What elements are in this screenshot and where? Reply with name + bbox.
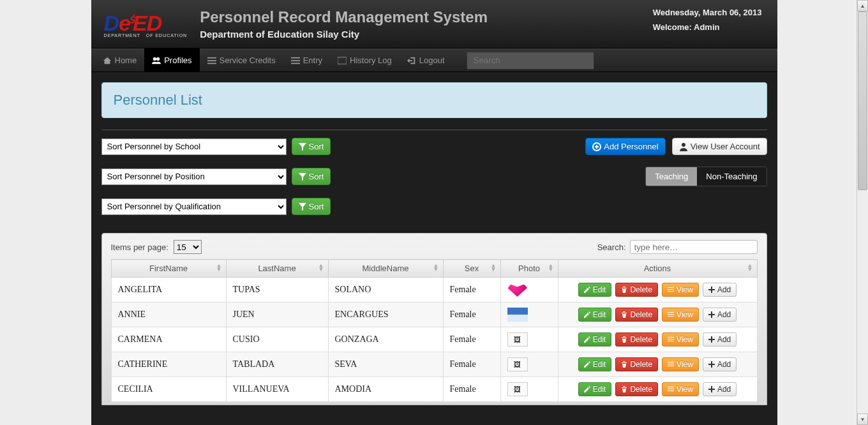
photo-thumbnail	[507, 308, 528, 322]
add-button[interactable]: Add	[703, 308, 737, 322]
trash-icon	[621, 336, 627, 343]
user-icon	[679, 142, 688, 151]
sort-label: Sort	[309, 172, 324, 181]
plus-icon	[708, 311, 715, 318]
cell-sex: Female	[443, 327, 500, 352]
add-personnel-button[interactable]: Add Personnel	[585, 138, 665, 155]
items-per-page-select[interactable]: 15	[174, 240, 202, 254]
cell-last-name: JUEN	[226, 302, 328, 327]
svg-point-1	[156, 57, 160, 60]
delete-button[interactable]: Delete	[615, 332, 658, 347]
list-icon	[668, 287, 674, 293]
plus-icon	[708, 287, 715, 293]
delete-button[interactable]: Delete	[615, 382, 658, 396]
list-icon	[668, 361, 674, 368]
edit-button[interactable]: Edit	[578, 357, 612, 371]
table-search-input[interactable]	[630, 240, 758, 254]
view-user-account-label: View User Account	[691, 142, 760, 151]
cell-actions: Edit Delete View Add	[558, 352, 757, 377]
photo-thumbnail	[507, 283, 528, 297]
nav-service-credits-label: Service Credits	[220, 56, 276, 65]
edit-button[interactable]: Edit	[578, 382, 612, 396]
nav-logout[interactable]: Logout	[400, 48, 453, 72]
col-sex[interactable]: Sex▲▼	[443, 260, 500, 278]
cell-first-name: ANNIE	[111, 302, 226, 327]
col-first-name[interactable]: FirstName▲▼	[111, 260, 226, 278]
nav-home[interactable]: Home	[95, 48, 145, 72]
trash-icon	[621, 287, 627, 293]
delete-button[interactable]: Delete	[615, 308, 658, 322]
sort-by-qualification-select[interactable]: Sort Personnel by Qualification	[101, 198, 287, 215]
items-per-page-label: Items per page:	[111, 242, 168, 252]
edit-button[interactable]: Edit	[578, 283, 612, 297]
view-button[interactable]: View	[662, 357, 699, 371]
pencil-icon	[584, 386, 590, 392]
vertical-scrollbar[interactable]: ▲ ▼	[857, 0, 868, 425]
nav-history-log[interactable]: History Log	[330, 48, 400, 72]
cell-sex: Female	[443, 352, 500, 377]
system-title: Personnel Record Management System	[200, 8, 488, 26]
sort-by-position-select[interactable]: Sort Personnel by Position	[101, 168, 287, 185]
header-date: Wednesday, March 06, 2013	[653, 5, 762, 20]
col-last-name[interactable]: LastName▲▼	[226, 260, 328, 278]
add-button[interactable]: Add	[703, 382, 737, 396]
nav-profiles-label: Profiles	[164, 56, 191, 65]
sort-school-button[interactable]: Sort	[292, 138, 331, 155]
divider	[101, 130, 767, 130]
scroll-down-button[interactable]: ▼	[857, 414, 868, 425]
cell-actions: Edit Delete View Add	[558, 327, 757, 352]
pencil-icon	[584, 311, 590, 318]
view-button[interactable]: View	[662, 382, 699, 396]
add-button[interactable]: Add	[703, 283, 737, 297]
col-photo[interactable]: Photo▲▼	[500, 260, 558, 278]
nav-profiles[interactable]: Profiles	[144, 48, 199, 72]
nav-search-input[interactable]	[467, 52, 594, 70]
cell-actions: Edit Delete View Add	[558, 302, 757, 327]
tab-non-teaching[interactable]: Non-Teaching	[697, 167, 766, 186]
view-button[interactable]: View	[662, 283, 699, 297]
page-title: Personnel List	[101, 82, 767, 118]
table-row: CARMENACUSIOGONZAGAFemale🖼 Edit Delete V…	[111, 327, 757, 352]
view-button[interactable]: View	[662, 332, 699, 347]
users-icon	[152, 56, 161, 65]
nav-service-credits[interactable]: Service Credits	[200, 48, 283, 72]
cell-sex: Female	[443, 302, 500, 327]
list-icon	[668, 311, 674, 318]
cell-sex: Female	[443, 377, 500, 402]
cell-actions: Edit Delete View Add	[558, 278, 757, 302]
sort-label: Sort	[309, 202, 324, 211]
pencil-icon	[584, 361, 590, 368]
svg-point-0	[153, 57, 156, 60]
list-icon	[668, 386, 674, 392]
delete-button[interactable]: Delete	[615, 357, 658, 371]
cell-last-name: TABLADA	[226, 352, 328, 377]
cell-first-name: CARMENA	[111, 327, 226, 352]
app-header: DeṡED DEPARTMENT OF EDUCATION Personnel …	[91, 0, 777, 48]
view-button[interactable]: View	[662, 308, 699, 322]
svg-point-4	[682, 143, 685, 147]
scroll-up-button[interactable]: ▲	[857, 0, 868, 11]
view-user-account-button[interactable]: View User Account	[672, 138, 767, 155]
cell-first-name: CECILIA	[111, 377, 226, 402]
table-icon	[338, 56, 347, 65]
col-middle-name[interactable]: MiddleName▲▼	[328, 260, 443, 278]
delete-button[interactable]: Delete	[615, 283, 658, 297]
nav-entry[interactable]: Entry	[283, 48, 330, 72]
cell-first-name: CATHERINE	[111, 352, 226, 377]
cell-actions: Edit Delete View Add	[558, 377, 757, 402]
sort-position-button[interactable]: Sort	[292, 168, 331, 185]
system-subtitle: Department of Education Silay City	[200, 29, 488, 40]
sort-qualification-button[interactable]: Sort	[292, 198, 331, 215]
photo-placeholder: 🖼	[507, 357, 528, 371]
tab-teaching[interactable]: Teaching	[646, 167, 697, 186]
scroll-track[interactable]	[857, 11, 868, 414]
add-button[interactable]: Add	[703, 357, 737, 371]
sort-by-school-select[interactable]: Sort Personnel by School	[101, 138, 287, 155]
add-button[interactable]: Add	[703, 332, 737, 347]
col-actions[interactable]: Actions▲▼	[558, 260, 757, 278]
data-grid: Items per page: 15 Search: FirstName▲▼ L…	[101, 233, 767, 405]
edit-button[interactable]: Edit	[578, 332, 612, 347]
plus-icon	[708, 361, 715, 368]
edit-button[interactable]: Edit	[578, 308, 612, 322]
scroll-thumb[interactable]	[858, 11, 867, 190]
